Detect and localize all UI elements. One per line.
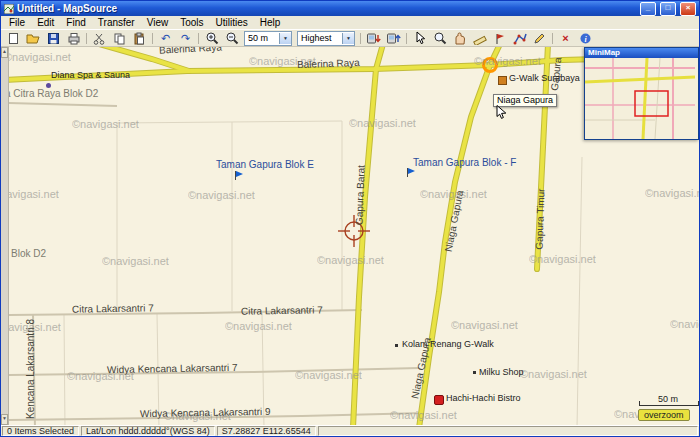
selection-tool-button[interactable] — [410, 31, 429, 46]
toolbar-separator — [552, 33, 553, 44]
redo-icon: ↷ — [181, 33, 190, 44]
area-label-citra-raya-blok-d2: a Citra Raya Blok D2 — [9, 88, 98, 99]
street-label-gapura-timur: Gapura Timur — [533, 188, 546, 249]
redo-button[interactable]: ↷ — [176, 31, 195, 46]
status-filler — [318, 426, 698, 436]
save-button[interactable] — [44, 31, 63, 46]
toolbar-separator — [360, 33, 361, 44]
zoom-scale-combobox[interactable]: 50 m ▼ — [244, 31, 292, 46]
watermark-text: ©navigasi.net — [529, 253, 596, 265]
waypoint-flag-icon[interactable] — [235, 171, 236, 180]
menu-item-edit[interactable]: Edit — [31, 17, 60, 28]
new-document-icon — [7, 32, 20, 45]
menu-item-view[interactable]: View — [141, 17, 175, 28]
zoom-in-button[interactable] — [202, 31, 221, 46]
waypoint-flag-icon — [494, 32, 506, 45]
street-label-gapura-barat: Gapura Barat — [353, 165, 366, 225]
send-to-device-icon — [366, 32, 381, 45]
overzoom-badge: overzoom — [638, 409, 690, 421]
watermark-text: ©navigasi.net — [349, 117, 416, 129]
hand-tool-button[interactable] — [450, 31, 469, 46]
copy-button[interactable] — [110, 31, 129, 46]
waypoint-flag-icon[interactable] — [407, 168, 408, 177]
chevron-down-icon[interactable]: ▼ — [279, 33, 291, 44]
map-canvas[interactable]: ©navigasi.net ©navigasi.net ©navigasi.ne… — [9, 47, 699, 425]
watermark-text: ©navigasi.net — [9, 188, 59, 200]
toolbar: ↶ ↷ 50 m ▼ Highest ▼ × i — [1, 29, 699, 47]
save-icon — [47, 32, 60, 45]
watermark-text: ©navigasi.net — [188, 189, 255, 201]
cut-button[interactable] — [90, 31, 109, 46]
menu-item-tools[interactable]: Tools — [174, 17, 209, 28]
spa-poi-icon[interactable] — [46, 83, 51, 88]
menu-item-find[interactable]: Find — [60, 17, 91, 28]
watermark-text: ©navigasi.net — [645, 187, 699, 199]
watermark-text: ©navigasi.net — [225, 320, 292, 332]
pencil-icon — [533, 32, 546, 45]
distance-bearing-tool-button[interactable] — [470, 31, 489, 46]
status-cursor-position: S7.28827 E112.65544 — [217, 426, 316, 436]
zoom-out-button[interactable] — [222, 31, 241, 46]
maximize-button[interactable]: □ — [660, 2, 676, 16]
send-to-device-button[interactable] — [364, 31, 383, 46]
toolbar-separator — [86, 33, 87, 44]
pool-poi-icon[interactable] — [395, 344, 398, 347]
street-label-widya-kencana-lakarsantri-7: Widya Kencana Lakarsantri 7 — [107, 362, 238, 375]
vertical-scrollbar[interactable]: ▲ ▼ — [1, 47, 9, 425]
open-button[interactable] — [24, 31, 43, 46]
street-label-citra-lakarsantri-7-2: Citra Lakarsantri 7 — [241, 304, 323, 316]
status-items-selected: 0 Items Selected — [2, 426, 79, 436]
print-button[interactable] — [64, 31, 83, 46]
menu-item-file[interactable]: File — [3, 17, 31, 28]
track-tool-button[interactable] — [530, 31, 549, 46]
zoom-out-icon — [225, 31, 239, 45]
titlebar[interactable]: Untitled - MapSource _ □ × — [1, 1, 699, 16]
watermark-text: ©navigasi.net — [474, 55, 541, 67]
receive-from-device-button[interactable] — [384, 31, 403, 46]
menu-item-transfer[interactable]: Transfer — [92, 17, 141, 28]
paste-button[interactable] — [130, 31, 149, 46]
minimap-window[interactable]: MiniMap — [584, 47, 699, 140]
minimize-button[interactable]: _ — [640, 2, 656, 16]
paste-icon — [133, 32, 146, 45]
map-scale-bar — [639, 401, 699, 406]
menubar: File Edit Find Transfer View Tools Utili… — [1, 16, 699, 29]
ruler-icon — [473, 31, 487, 45]
gwalk-poi-icon[interactable] — [498, 76, 507, 85]
zoom-tool-button[interactable] — [430, 31, 449, 46]
scroll-down-button[interactable]: ▼ — [1, 414, 8, 425]
shop-poi-icon[interactable] — [473, 371, 476, 374]
close-button[interactable]: × — [680, 2, 696, 16]
area-label-blok-d2: Blok D2 — [11, 248, 46, 259]
watermark-text: ©navigasi.net — [390, 409, 457, 421]
undo-icon: ↶ — [161, 33, 170, 44]
waypoint-tool-button[interactable] — [490, 31, 509, 46]
watermark-text: ©navigasi.net — [317, 254, 384, 266]
chevron-down-icon[interactable]: ▼ — [342, 33, 354, 44]
toolbar-separator — [198, 33, 199, 44]
watermark-text: ©navigasi.net — [102, 255, 169, 267]
menu-item-help[interactable]: Help — [254, 17, 287, 28]
statusbar: 0 Items Selected Lat/Lon hddd.ddddd°(WGS… — [1, 425, 699, 436]
watermark-text: ©navigasi.net — [520, 368, 587, 380]
route-tool-button[interactable] — [510, 31, 529, 46]
mapsource-window: Untitled - MapSource _ □ × File Edit Fin… — [0, 0, 700, 437]
properties-button[interactable]: i — [576, 31, 595, 46]
delete-cross-icon: × — [562, 33, 568, 44]
delete-button[interactable]: × — [556, 31, 575, 46]
route-icon — [513, 32, 527, 45]
print-icon — [67, 32, 81, 45]
copy-icon — [113, 32, 126, 45]
menu-item-utilities[interactable]: Utilities — [210, 17, 254, 28]
mouse-cursor-icon — [496, 105, 507, 120]
detail-level-combobox[interactable]: Highest ▼ — [297, 31, 355, 46]
undo-button[interactable]: ↶ — [156, 31, 175, 46]
restaurant-poi-icon[interactable] — [434, 395, 444, 405]
new-document-button[interactable] — [4, 31, 23, 46]
minimap-content[interactable] — [585, 58, 695, 139]
poi-label-diana-spa: Diana Spa & Sauna — [51, 70, 130, 80]
status-coordinate-format: Lat/Lon hddd.ddddd°(WGS 84) — [81, 426, 215, 436]
scroll-up-button[interactable]: ▲ — [1, 47, 8, 58]
magnifier-icon — [433, 31, 447, 45]
poi-label-kolam-renang-gwalk: Kolam Renang G-Walk — [402, 339, 494, 349]
